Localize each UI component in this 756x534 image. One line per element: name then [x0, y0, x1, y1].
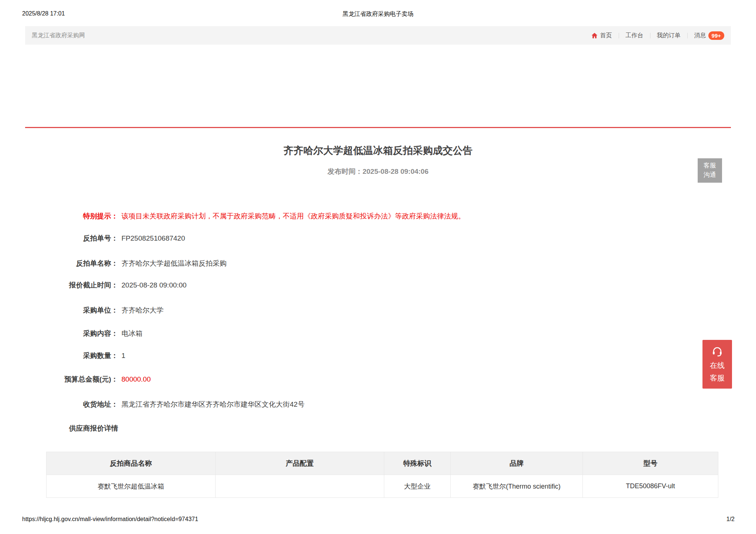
nav-item-my-orders[interactable]: 我的订单 [657, 32, 681, 39]
table-row: 赛默飞世尔超低温冰箱 大型企业 赛默飞世尔(Thermo scientific)… [47, 475, 718, 498]
nav-item-messages[interactable]: 消息 99+ [694, 31, 724, 40]
field-label: 采购数量： [0, 351, 118, 361]
service-chat-button[interactable]: 客服 沟通 [698, 158, 722, 183]
field-value: FP25082510687420 [121, 233, 185, 243]
field-value: 电冰箱 [121, 328, 142, 338]
field-label: 预算总金额(元)： [0, 374, 118, 384]
field-row-quote-deadline: 报价截止时间： 2025-08-28 09:00:00 [0, 280, 756, 290]
table-header-row: 反拍商品名称 产品配置 特殊标识 品牌 型号 [47, 452, 718, 475]
online-service-line1: 在线 [710, 360, 725, 371]
cell-product-config [216, 475, 384, 498]
supplier-quote-heading: 供应商报价详情 [0, 423, 118, 433]
cell-product-name: 赛默飞世尔超低温冰箱 [47, 475, 216, 498]
nav-item-home-label: 首页 [600, 32, 612, 39]
nav-separator [619, 33, 619, 38]
field-row-delivery-address: 收货地址： 黑龙江省齐齐哈尔市建华区齐齐哈尔市建华区文化大街42号 [0, 399, 756, 409]
budget-amount-value: 80000.00 [121, 374, 151, 384]
col-header-brand: 品牌 [451, 452, 583, 475]
cell-model: TDE50086FV-ult [583, 475, 718, 498]
special-notice-text: 该项目未关联政府采购计划，不属于政府采购范畴，不适用《政府采购质疑和投诉办法》等… [121, 211, 465, 221]
special-notice-label: 特别提示： [0, 211, 118, 221]
field-row-auction-no: 反拍单号： FP25082510687420 [0, 233, 756, 243]
top-navbar: 黑龙江省政府采购网 首页 工作台 我的订单 消息 99+ [25, 26, 731, 45]
supplier-quote-table: 反拍商品名称 产品配置 特殊标识 品牌 型号 赛默飞世尔超低温冰箱 大型企业 赛… [46, 452, 718, 498]
field-label: 收货地址： [0, 399, 118, 409]
field-value: 齐齐哈尔大学 [121, 305, 164, 315]
messages-count-badge: 99+ [708, 31, 724, 40]
navbar-right: 首页 工作台 我的订单 消息 99+ [591, 31, 724, 40]
publish-time-label: 发布时间： [327, 168, 362, 175]
supplier-quote-heading-row: 供应商报价详情 [0, 423, 756, 433]
notice-title: 齐齐哈尔大学超低温冰箱反拍采购成交公告 [0, 144, 756, 157]
print-footer-url: https://hljcg.hlj.gov.cn/mall-view/infor… [22, 516, 198, 523]
nav-item-home[interactable]: 首页 [591, 32, 612, 39]
field-row-quantity: 采购数量： 1 [0, 351, 756, 361]
online-service-button[interactable]: 在线 客服 [702, 340, 732, 389]
publish-time: 发布时间：2025-08-28 09:04:06 [0, 167, 756, 176]
field-label: 报价截止时间： [0, 280, 118, 290]
col-header-product-config: 产品配置 [216, 452, 384, 475]
field-row-budget: 预算总金额(元)： 80000.00 [0, 374, 756, 384]
cell-brand: 赛默飞世尔(Thermo scientific) [451, 475, 583, 498]
nav-item-messages-label: 消息 [694, 32, 706, 39]
field-label: 反拍单名称： [0, 258, 118, 268]
field-row-content: 采购内容： 电冰箱 [0, 328, 756, 338]
print-doc-title: 黑龙江省政府采购电子卖场 [0, 10, 756, 18]
red-divider-line [25, 127, 731, 128]
site-name-link[interactable]: 黑龙江省政府采购网 [32, 32, 85, 39]
headset-icon [711, 345, 724, 358]
home-icon [591, 32, 598, 39]
field-value: 2025-08-28 09:00:00 [121, 280, 186, 290]
print-footer-page-number: 1/2 [726, 516, 735, 523]
nav-item-workbench-label: 工作台 [626, 32, 643, 39]
cell-special-mark: 大型企业 [384, 475, 451, 498]
special-notice-row: 特别提示： 该项目未关联政府采购计划，不属于政府采购范畴，不适用《政府采购质疑和… [0, 211, 756, 221]
field-label: 反拍单号： [0, 233, 118, 243]
field-label: 采购内容： [0, 328, 118, 338]
publish-time-value: 2025-08-28 09:04:06 [362, 168, 429, 175]
field-row-purchaser: 采购单位： 齐齐哈尔大学 [0, 305, 756, 315]
col-header-product-name: 反拍商品名称 [47, 452, 216, 475]
col-header-model: 型号 [583, 452, 718, 475]
field-value: 黑龙江省齐齐哈尔市建华区齐齐哈尔市建华区文化大街42号 [121, 399, 305, 409]
online-service-line2: 客服 [710, 372, 725, 383]
service-chat-line1: 客服 [704, 161, 716, 170]
service-chat-line2: 沟通 [704, 170, 716, 180]
nav-separator [687, 33, 688, 38]
nav-item-workbench[interactable]: 工作台 [626, 32, 643, 39]
nav-separator [650, 33, 650, 38]
field-label: 采购单位： [0, 305, 118, 315]
field-row-auction-name: 反拍单名称： 齐齐哈尔大学超低温冰箱反拍采购 [0, 258, 756, 268]
col-header-special-mark: 特殊标识 [384, 452, 451, 475]
nav-item-my-orders-label: 我的订单 [657, 32, 681, 39]
field-value: 齐齐哈尔大学超低温冰箱反拍采购 [121, 258, 227, 268]
field-value: 1 [121, 351, 126, 361]
